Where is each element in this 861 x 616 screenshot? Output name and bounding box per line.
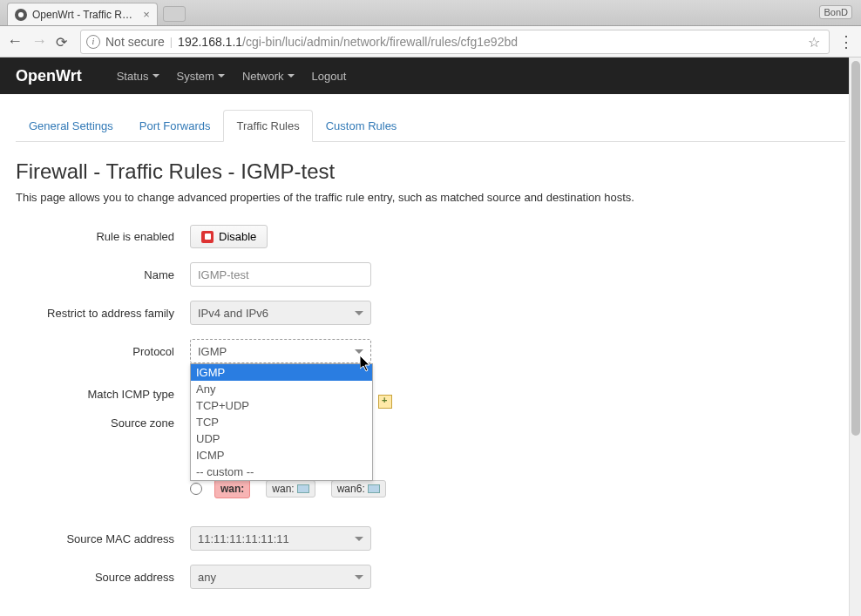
address-bar[interactable]: i Not secure | 192.168.1.1/cgi-bin/luci/… <box>80 30 830 54</box>
nav-network[interactable]: Network <box>242 70 295 83</box>
chevron-down-icon <box>355 349 363 354</box>
browser-menu-icon[interactable]: ⋮ <box>838 34 854 50</box>
browser-tab-strip: OpenWrt - Traffic R… × BonD <box>0 0 861 26</box>
add-icmp-type-icon[interactable] <box>378 395 392 409</box>
protocol-option-udp[interactable]: UDP <box>191 430 372 447</box>
protocol-option-tcp[interactable]: TCP <box>191 414 372 430</box>
source-address-select[interactable]: any <box>190 565 371 589</box>
tab-custom-rules[interactable]: Custom Rules <box>313 110 410 142</box>
browser-profile-badge[interactable]: BonD <box>819 5 852 19</box>
chevron-down-icon <box>288 74 295 78</box>
address-family-select[interactable]: IPv4 and IPv6 <box>190 301 371 325</box>
zone-option-wan[interactable]: wan: wan: wan6: <box>190 479 386 498</box>
disable-button[interactable]: Disable <box>190 225 268 248</box>
reload-button[interactable]: ⟳ <box>56 34 71 50</box>
favicon-icon <box>15 9 27 21</box>
row-address-family: Restrict to address family IPv4 and IPv6 <box>16 301 845 325</box>
row-source-address: Source address any <box>16 565 845 589</box>
protocol-option-igmp[interactable]: IGMP <box>191 364 372 381</box>
page-description: This page allows you to change advanced … <box>16 191 845 204</box>
scrollbar-thumb[interactable] <box>851 61 860 436</box>
label-rule-enabled: Rule is enabled <box>16 230 190 243</box>
label-source-address: Source address <box>16 571 190 584</box>
site-info-icon[interactable]: i <box>86 35 100 49</box>
chevron-down-icon <box>218 74 225 78</box>
protocol-option-icmp[interactable]: ICMP <box>191 447 372 464</box>
row-source-zone: Source zone lan: lan: wan: wan: <box>16 415 845 509</box>
close-tab-icon[interactable]: × <box>143 8 150 21</box>
not-secure-label: Not secure <box>105 35 165 49</box>
browser-tab[interactable]: OpenWrt - Traffic R… × <box>7 3 158 25</box>
chevron-down-icon <box>153 74 159 78</box>
url-text: 192.168.1.1/cgi-bin/luci/admin/network/f… <box>178 35 518 49</box>
chevron-down-icon <box>355 537 363 541</box>
nav-system[interactable]: System <box>177 70 225 83</box>
tab-title: OpenWrt - Traffic R… <box>32 9 132 21</box>
vertical-scrollbar[interactable] <box>849 58 861 616</box>
bookmark-star-icon[interactable]: ☆ <box>808 34 824 50</box>
zone-wan-radio[interactable] <box>190 483 202 495</box>
forward-button: → <box>31 34 47 50</box>
chevron-down-icon <box>355 311 363 315</box>
iface-wan-chip: wan: <box>266 480 315 498</box>
firewall-tabs: General Settings Port Forwards Traffic R… <box>16 110 845 142</box>
label-source-zone: Source zone <box>16 415 190 430</box>
chevron-down-icon <box>355 575 363 579</box>
tab-general-settings[interactable]: General Settings <box>16 110 126 142</box>
nav-logout[interactable]: Logout <box>312 70 347 83</box>
source-mac-select[interactable]: 11:11:11:11:11:11 <box>190 526 371 551</box>
ethernet-icon <box>297 484 309 493</box>
row-source-mac: Source MAC address 11:11:11:11:11:11 <box>16 526 845 551</box>
nav-status[interactable]: Status <box>117 70 159 83</box>
app-navbar: OpenWrt Status System Network Logout <box>0 58 861 94</box>
label-icmp-type: Match ICMP type <box>16 388 190 401</box>
iface-wan6-chip: wan6: <box>331 480 386 498</box>
label-source-mac: Source MAC address <box>16 532 190 545</box>
stop-icon <box>201 231 214 243</box>
row-protocol: Protocol IGMP IGMP Any TCP+UDP TCP UDP I… <box>16 339 845 363</box>
new-tab-button[interactable] <box>163 6 186 22</box>
tab-port-forwards[interactable]: Port Forwards <box>126 110 224 142</box>
tab-traffic-rules[interactable]: Traffic Rules <box>223 110 312 142</box>
label-protocol: Protocol <box>16 345 190 358</box>
protocol-option-any[interactable]: Any <box>191 381 372 397</box>
protocol-option-tcpudp[interactable]: TCP+UDP <box>191 397 372 414</box>
row-rule-enabled: Rule is enabled Disable <box>16 225 845 248</box>
protocol-select[interactable]: IGMP <box>190 339 371 363</box>
name-input[interactable] <box>190 262 371 287</box>
main-content: General Settings Port Forwards Traffic R… <box>0 94 861 616</box>
label-name: Name <box>16 268 190 281</box>
brand-label[interactable]: OpenWrt <box>16 67 82 85</box>
label-address-family: Restrict to address family <box>16 307 190 320</box>
browser-toolbar: ← → ⟳ i Not secure | 192.168.1.1/cgi-bin… <box>0 26 861 58</box>
zone-wan-badge: wan: <box>214 479 250 498</box>
protocol-dropdown: IGMP Any TCP+UDP TCP UDP ICMP -- custom … <box>190 363 373 481</box>
ethernet-icon <box>368 484 380 493</box>
page-title: Firewall - Traffic Rules - IGMP-test <box>16 159 845 184</box>
page-viewport: OpenWrt Status System Network Logout Gen… <box>0 58 861 616</box>
back-button[interactable]: ← <box>7 34 23 50</box>
row-icmp-type: Match ICMP type <box>16 388 845 401</box>
row-name: Name <box>16 262 845 287</box>
protocol-option-custom[interactable]: -- custom -- <box>191 464 372 480</box>
